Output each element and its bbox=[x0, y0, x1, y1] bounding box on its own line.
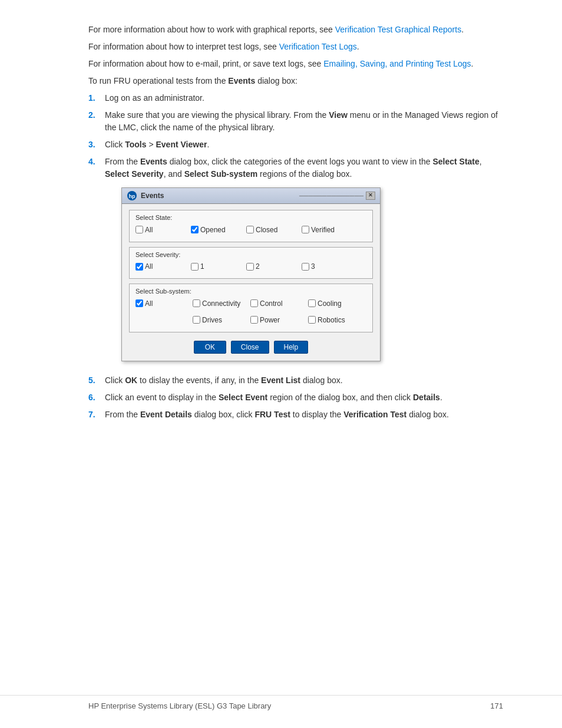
svg-text:hp: hp bbox=[129, 193, 135, 199]
footer-page: 171 bbox=[490, 701, 503, 710]
severity-1-item: 1 bbox=[191, 261, 244, 272]
select-state-group: Select State: All Opened bbox=[129, 210, 373, 242]
select-severity-group: Select Severity: All 1 bbox=[129, 247, 373, 279]
subsystem-power-item: Power bbox=[250, 315, 303, 325]
state-closed-checkbox[interactable] bbox=[246, 226, 254, 233]
step-5: Click OK to dislay the events, if any, i… bbox=[88, 374, 503, 387]
dialog-title-controls: ────────────── ✕ bbox=[299, 191, 375, 201]
subsystem-control-item: Control bbox=[250, 298, 303, 309]
subsystem-connectivity-checkbox[interactable] bbox=[193, 299, 200, 307]
close-button[interactable]: Close bbox=[231, 341, 269, 354]
state-verified-checkbox[interactable] bbox=[302, 226, 309, 233]
state-checkboxes-row: All Opened Closed bbox=[135, 223, 366, 237]
step-2: Make sure that you are viewing the physi… bbox=[88, 109, 503, 134]
state-opened-checkbox[interactable] bbox=[191, 226, 199, 233]
subsystem-robotics-item: Robotics bbox=[308, 315, 361, 325]
subsystem-all-label: All bbox=[145, 298, 153, 309]
subsystem-checkboxes-grid: Connectivity Control Cooli bbox=[190, 297, 361, 327]
link-emailing-saving[interactable]: Emailing, Saving, and Printing Test Logs bbox=[323, 59, 471, 68]
subsystem-cooling-label: Cooling bbox=[318, 298, 342, 309]
severity-all-label: All bbox=[145, 261, 153, 272]
steps-list: Log on as an administrator. Make sure th… bbox=[88, 92, 503, 421]
step-3: Click Tools > Event Viewer. bbox=[88, 139, 503, 151]
state-all-checkbox[interactable] bbox=[135, 226, 143, 233]
ok-button[interactable]: OK bbox=[194, 341, 226, 354]
footer-product: HP Enterprise Systems Library (ESL) G3 T… bbox=[88, 701, 490, 710]
subsystem-connectivity-item: Connectivity bbox=[193, 298, 246, 309]
intro-para1: For more information about how to work w… bbox=[88, 24, 503, 36]
severity-checkboxes-row: All 1 2 bbox=[135, 259, 366, 274]
link-verification-graphical[interactable]: Verification Test Graphical Reports bbox=[335, 25, 462, 34]
select-subsystem-legend: Select Sub-system: bbox=[134, 286, 366, 297]
subsystem-robotics-label: Robotics bbox=[318, 315, 345, 325]
select-subsystem-group: Select Sub-system: All bbox=[129, 284, 373, 332]
step-1: Log on as an administrator. bbox=[88, 92, 503, 104]
select-state-legend: Select State: bbox=[134, 213, 366, 223]
dialog-buttons-row: OK Close Help bbox=[129, 337, 373, 356]
dialog-body: Select State: All Opened bbox=[122, 204, 380, 361]
subsystem-control-checkbox[interactable] bbox=[250, 299, 258, 307]
severity-3-item: 3 bbox=[302, 261, 355, 272]
dialog-close-button[interactable]: ✕ bbox=[366, 192, 375, 200]
subsystem-all-item: All bbox=[135, 298, 186, 309]
hp-logo-icon: hp bbox=[127, 190, 137, 201]
subsystem-drives-label: Drives bbox=[202, 315, 222, 325]
severity-2-item: 2 bbox=[246, 261, 299, 272]
state-opened-label: Opened bbox=[200, 225, 226, 235]
state-verified-item: Verified bbox=[302, 225, 355, 235]
state-verified-label: Verified bbox=[311, 225, 335, 235]
dialog-title-separator: ────────────── bbox=[299, 191, 363, 201]
link-verification-logs[interactable]: Verification Test Logs bbox=[279, 42, 357, 51]
step-6: Click an event to display in the Select … bbox=[88, 391, 503, 404]
severity-1-checkbox[interactable] bbox=[191, 263, 199, 271]
severity-2-label: 2 bbox=[256, 261, 260, 272]
subsystem-power-checkbox[interactable] bbox=[250, 316, 258, 324]
intro-para4: To run FRU operational tests from the Ev… bbox=[88, 75, 503, 87]
page-footer: HP Enterprise Systems Library (ESL) G3 T… bbox=[0, 695, 562, 710]
intro-para2: For information about how to interpret t… bbox=[88, 41, 503, 53]
dialog-title-area: hp Events bbox=[127, 190, 164, 201]
state-closed-label: Closed bbox=[256, 225, 277, 235]
subsystem-row: All Connectivity bbox=[135, 297, 366, 327]
severity-2-checkbox[interactable] bbox=[246, 263, 254, 271]
dialog-titlebar: hp Events ────────────── ✕ bbox=[122, 188, 380, 204]
severity-3-label: 3 bbox=[311, 261, 315, 272]
subsystem-drives-item: Drives bbox=[193, 315, 246, 325]
events-dialog: hp Events ────────────── ✕ bbox=[121, 187, 381, 361]
subsystem-connectivity-label: Connectivity bbox=[202, 298, 240, 309]
help-button[interactable]: Help bbox=[274, 341, 309, 354]
step-4: From the Events dialog box, click the ca… bbox=[88, 156, 503, 370]
state-opened-item: Opened bbox=[191, 225, 244, 235]
subsystem-control-label: Control bbox=[260, 298, 283, 309]
subsystem-cooling-checkbox[interactable] bbox=[308, 299, 316, 307]
severity-all-checkbox[interactable] bbox=[135, 263, 143, 271]
dialog-title-text: Events bbox=[141, 190, 164, 201]
severity-all-item: All bbox=[135, 261, 189, 272]
state-closed-item: Closed bbox=[246, 225, 299, 235]
state-all-label: All bbox=[145, 225, 153, 235]
state-all-item: All bbox=[135, 225, 189, 235]
subsystem-drives-checkbox[interactable] bbox=[193, 316, 200, 324]
step-7: From the Event Details dialog box, click… bbox=[88, 409, 503, 421]
select-severity-legend: Select Severity: bbox=[134, 250, 366, 260]
subsystem-power-label: Power bbox=[260, 315, 280, 325]
severity-3-checkbox[interactable] bbox=[302, 263, 309, 271]
severity-1-label: 1 bbox=[200, 261, 204, 272]
subsystem-cooling-item: Cooling bbox=[308, 298, 361, 309]
dialog-container: hp Events ────────────── ✕ bbox=[121, 187, 503, 361]
subsystem-all-checkbox[interactable] bbox=[135, 299, 143, 307]
subsystem-robotics-checkbox[interactable] bbox=[308, 316, 316, 324]
intro-para3: For information about how to e-mail, pri… bbox=[88, 58, 503, 70]
